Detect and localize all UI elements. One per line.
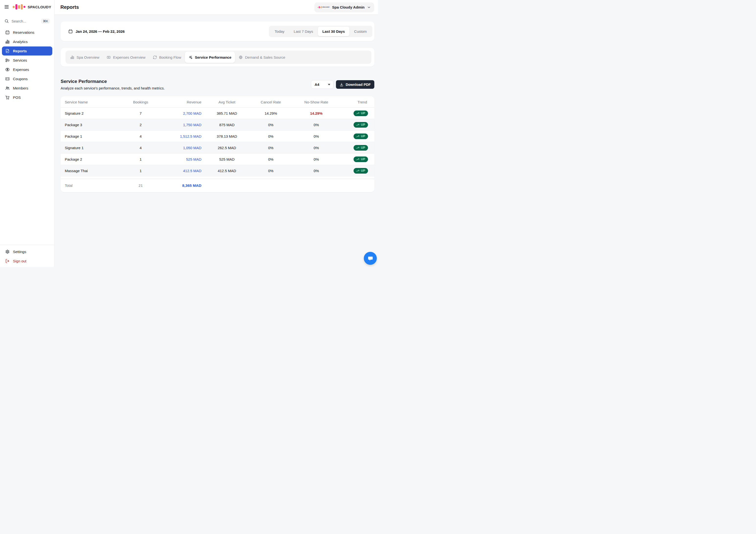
sidebar-item-pos[interactable]: POS (2, 93, 52, 102)
sidebar-item-members[interactable]: Members (2, 84, 52, 93)
tab-service-performance[interactable]: Service Performance (185, 52, 235, 63)
preset-last-7-days[interactable]: Last 7 Days (289, 27, 318, 36)
tab-spa-overview[interactable]: Spa Overview (67, 52, 103, 63)
preset-custom[interactable]: Custom (349, 27, 371, 36)
cell-service: Package 1 (61, 131, 123, 142)
sidebar-item-analytics[interactable]: Analytics (2, 37, 52, 46)
content: Jan 24, 2026 — Feb 22, 2026 Today Last 7… (55, 15, 378, 192)
sidebar: SPACLOUDY Search... ⌘K Reservations Anal… (0, 0, 55, 267)
download-pdf-label: Download PDF (346, 83, 371, 87)
search-input[interactable]: Search... ⌘K (3, 17, 51, 25)
sidebar-item-label: Services (13, 58, 27, 62)
sidebar-item-settings[interactable]: Settings (2, 247, 52, 256)
cell-no-show-rate: 0% (291, 142, 341, 153)
sidebar-item-services[interactable]: Services (2, 56, 52, 65)
cell-cancel-rate: 0% (250, 131, 291, 142)
account-name: Spa Cloudy Admin (332, 5, 364, 9)
cell-cancel-rate: 0% (250, 165, 291, 176)
section-header: Service Performance Analyze each service… (61, 79, 374, 90)
cell-revenue-link[interactable]: 412.5 MAD (158, 165, 203, 176)
brand-logo-icon (13, 4, 25, 10)
cell-no-show-rate: 14.29% (291, 108, 341, 119)
trend-up-badge: UP (354, 111, 368, 116)
sidebar-item-reports[interactable]: Reports (2, 46, 52, 56)
cell-bookings: 1 (123, 153, 158, 165)
trend-up-badge: UP (354, 134, 368, 139)
cell-revenue-link[interactable]: 525 MAD (158, 153, 203, 165)
trending-up-icon (356, 169, 360, 173)
bar-chart-icon (5, 40, 10, 44)
cell-service: Signature 1 (61, 142, 123, 153)
ticket-icon (5, 76, 10, 81)
cell-avg-ticket: 412.5 MAD (203, 165, 250, 176)
sidebar-nav: Reservations Analytics Reports Services … (0, 28, 54, 102)
sidebar-item-reservations[interactable]: Reservations (2, 28, 52, 37)
tab-label: Service Performance (195, 55, 231, 59)
tab-demand-sales-source[interactable]: Demand & Sales Source (235, 52, 289, 63)
cell-revenue-link[interactable]: 2,700 MAD (158, 108, 203, 119)
search-placeholder: Search... (12, 19, 39, 23)
menu-icon[interactable] (4, 4, 9, 10)
trending-up-icon (356, 135, 360, 138)
sidebar-header: SPACLOUDY (0, 0, 54, 14)
cell-revenue-link[interactable]: 1,512.5 MAD (158, 131, 203, 142)
section-subtitle: Analyze each service's performance, tren… (61, 86, 165, 90)
tab-booking-flow[interactable]: Booking Flow (149, 52, 185, 63)
sidebar-item-coupons[interactable]: Coupons (2, 74, 52, 83)
sidebar-item-expenses[interactable]: Expenses (2, 65, 52, 74)
calendar-icon (68, 29, 73, 34)
cell-bookings: 1 (123, 165, 158, 176)
account-menu-button[interactable]: SPACLOUDY Spa Cloudy Admin (314, 2, 374, 12)
tab-label: Demand & Sales Source (245, 55, 285, 59)
section-title: Service Performance (61, 79, 165, 84)
sidebar-item-label: Analytics (13, 40, 28, 44)
table-row: Package 1 4 1,512.5 MAD 378.13 MAD 0% 0%… (61, 131, 374, 142)
table-row: Massage Thai 1 412.5 MAD 412.5 MAD 0% 0%… (61, 165, 374, 176)
col-bookings: Bookings (123, 96, 158, 108)
date-preset-group: Today Last 7 Days Last 30 Days Custom (269, 26, 372, 37)
cell-avg-ticket: 378.13 MAD (203, 131, 250, 142)
layout-icon (5, 58, 10, 63)
cell-avg-ticket: 385.71 MAD (203, 108, 250, 119)
download-pdf-button[interactable]: Download PDF (336, 80, 374, 89)
cell-no-show-rate: 0% (291, 153, 341, 165)
table-header-row: Service Name Bookings Revenue Avg Ticket… (61, 96, 374, 108)
date-filter-card: Jan 24, 2026 — Feb 22, 2026 Today Last 7… (61, 21, 374, 41)
chat-widget-button[interactable] (364, 252, 377, 265)
trending-up-icon (356, 123, 360, 126)
table-row: Signature 2 7 2,700 MAD 385.71 MAD 14.29… (61, 108, 374, 119)
total-revenue: 8,365 MAD (158, 179, 203, 192)
cell-bookings: 4 (123, 131, 158, 142)
caret-down-icon (328, 84, 330, 85)
cell-revenue-link[interactable]: 1,050 MAD (158, 142, 203, 153)
trending-up-icon (356, 158, 360, 161)
search-shortcut: ⌘K (41, 18, 50, 24)
cell-bookings: 7 (123, 108, 158, 119)
sidebar-footer: Settings Sign out (0, 245, 54, 267)
preset-last-30-days[interactable]: Last 30 Days (318, 27, 350, 36)
tab-expenses-overview[interactable]: Expenses Overview (103, 52, 149, 63)
cell-service: Package 2 (61, 153, 123, 165)
total-bookings: 21 (123, 179, 158, 192)
calendar-icon (5, 30, 10, 35)
cell-service: Package 3 (61, 119, 123, 131)
table-total-row: Total 21 8,365 MAD (61, 179, 374, 192)
preset-today[interactable]: Today (270, 27, 289, 36)
sidebar-item-label: Coupons (13, 77, 28, 81)
sidebar-item-signout[interactable]: Sign out (2, 256, 52, 266)
table-row: Package 3 2 1,750 MAD 875 MAD 0% 0% UP (61, 119, 374, 131)
account-brand-icon: SPACLOUDY (318, 6, 330, 8)
date-range-button[interactable]: Jan 24, 2026 — Feb 22, 2026 (68, 29, 125, 34)
service-performance-table-card: Service Name Bookings Revenue Avg Ticket… (61, 96, 374, 192)
globe-icon (239, 55, 243, 59)
search-icon (4, 19, 9, 23)
cell-bookings: 4 (123, 142, 158, 153)
brand-logo: SPACLOUDY (13, 4, 51, 10)
total-label: Total (61, 179, 123, 192)
sidebar-item-label: POS (13, 95, 21, 99)
cell-revenue-link[interactable]: 1,750 MAD (158, 119, 203, 131)
paper-size-select[interactable]: A4 (311, 80, 334, 89)
cell-cancel-rate: 14.29% (250, 108, 291, 119)
report-tabs: Spa Overview Expenses Overview Booking F… (66, 51, 371, 64)
cell-avg-ticket: 262.5 MAD (203, 142, 250, 153)
